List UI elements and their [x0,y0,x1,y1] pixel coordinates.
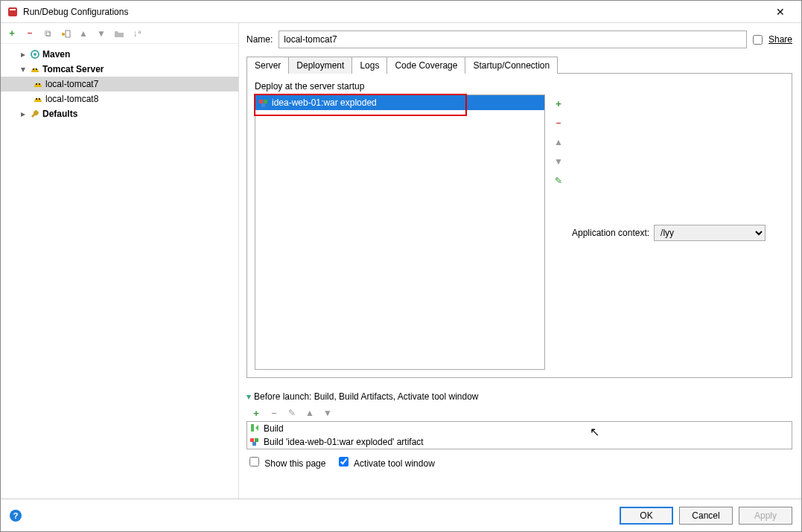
tab-startup-connection[interactable]: Startup/Connection [465,57,558,74]
tab-logs[interactable]: Logs [351,57,387,74]
svg-rect-14 [261,103,265,107]
build-icon [250,423,261,434]
edit-artifact-icon[interactable]: ✎ [551,173,566,188]
svg-rect-18 [252,442,256,446]
share-checkbox[interactable]: Share [753,34,792,45]
context-select[interactable]: /lyy [654,225,766,241]
tree-label: Defaults [42,109,77,119]
tab-deployment[interactable]: Deployment [288,57,352,74]
svg-point-10 [36,98,37,100]
ok-button[interactable]: OK [620,507,673,525]
tab-code-coverage[interactable]: Code Coverage [386,57,465,74]
tomcat-icon [29,63,41,75]
sort-icon[interactable]: ↓ᵃ [130,27,144,40]
tree-label: Tomcat Server [42,64,104,74]
collapse-icon[interactable]: ▾ [246,391,251,402]
move-up-icon[interactable]: ▲ [551,135,566,150]
left-panel: ＋ － ⧉ ▲ ▼ ↓ᵃ ▸ Maven [1,23,239,499]
tab-bar: Server Deployment Logs Code Coverage Sta… [246,56,792,74]
tree-label: local-tomcat8 [45,94,98,104]
tab-server[interactable]: Server [246,57,289,74]
activate-tool-window-checkbox[interactable]: Activate tool window [339,457,434,469]
maven-icon [29,48,41,60]
chevron-right-icon: ▸ [19,49,28,60]
name-input[interactable] [279,31,747,48]
tomcat-icon [32,78,44,90]
svg-point-8 [36,83,37,85]
share-label: Share [768,34,792,45]
svg-point-6 [33,68,34,70]
copy-icon[interactable]: ⧉ [41,27,54,40]
app-icon [7,6,19,18]
chevron-down-icon: ▾ [19,64,28,74]
svg-point-7 [36,68,37,70]
bl-down-icon[interactable]: ▼ [321,406,334,420]
add-artifact-icon[interactable]: ＋ [551,96,566,111]
tree-node-maven[interactable]: ▸ Maven [1,47,238,62]
checkbox-label: Activate tool window [354,458,435,469]
up-icon[interactable]: ▲ [77,27,90,40]
wrench-icon [29,108,41,120]
svg-point-9 [39,83,40,85]
svg-rect-16 [250,438,254,442]
svg-point-11 [39,98,40,100]
name-label: Name: [246,34,273,45]
deployment-panel: Deploy at the server startup idea-web-01… [246,74,792,378]
save-template-icon[interactable] [59,27,72,40]
before-launch-list[interactable]: Build Build 'idea-web-01:war exploded' a… [246,421,792,449]
down-icon[interactable]: ▼ [95,27,108,40]
bl-add-icon[interactable]: ＋ [249,406,263,420]
bl-remove-icon[interactable]: － [267,406,281,420]
folder-icon[interactable] [112,27,126,40]
close-icon[interactable]: ✕ [766,6,795,18]
move-down-icon[interactable]: ▼ [551,154,566,169]
cancel-button[interactable]: Cancel [679,507,733,525]
tree-node-defaults[interactable]: ▸ Defaults [1,106,238,121]
help-icon[interactable]: ? [10,510,22,522]
tree-node-tomcat[interactable]: ▾ Tomcat Server [1,62,238,77]
tree-node-local-tomcat7[interactable]: local-tomcat7 [1,77,238,92]
artifact-list[interactable]: idea-web-01:war exploded [255,94,545,370]
list-item[interactable]: Build 'idea-web-01:war exploded' artifac… [247,435,792,449]
titlebar: Run/Debug Configurations ✕ [1,1,801,23]
context-label: Application context: [572,228,649,238]
config-toolbar: ＋ － ⧉ ▲ ▼ ↓ᵃ [1,23,238,44]
svg-rect-1 [10,9,16,10]
window-title: Run/Debug Configurations [23,7,766,17]
remove-icon[interactable]: － [23,27,36,40]
list-item-label: Build 'idea-web-01:war exploded' artifac… [264,437,424,447]
svg-rect-15 [251,424,254,432]
before-launch-section: ▾ Before launch: Build, Build Artifacts,… [246,391,792,469]
bl-up-icon[interactable]: ▲ [303,406,316,420]
svg-point-2 [62,33,65,36]
chevron-right-icon: ▸ [19,109,28,119]
svg-rect-12 [259,100,263,103]
show-this-page-checkbox[interactable]: Show this page [249,457,325,469]
list-item-label: Build [264,423,284,434]
checkbox-label: Show this page [264,458,325,469]
apply-button[interactable]: Apply [739,507,792,525]
artifact-label: idea-web-01:war exploded [272,97,377,108]
svg-rect-13 [264,100,267,103]
dialog-footer: ? OK Cancel Apply [1,499,801,531]
svg-rect-0 [8,7,17,16]
tree-label: Maven [42,49,70,60]
svg-rect-17 [255,438,258,442]
artifact-item[interactable]: idea-web-01:war exploded [255,95,544,110]
bl-edit-icon[interactable]: ✎ [285,406,299,420]
tree-label: local-tomcat7 [45,79,98,89]
artifact-icon [250,437,261,447]
config-tree: ▸ Maven ▾ Tomcat Server [1,44,238,499]
before-launch-label: Before launch: Build, Build Artifacts, A… [254,391,479,402]
list-item[interactable]: Build [247,422,792,435]
tomcat-icon [32,93,44,105]
right-panel: Name: Share Server Deployment Logs Code … [239,23,801,499]
deploy-label: Deploy at the server startup [255,81,784,92]
remove-artifact-icon[interactable]: － [551,115,566,130]
artifact-toolbar: ＋ － ▲ ▼ ✎ [551,94,566,370]
add-icon[interactable]: ＋ [5,27,19,40]
svg-point-5 [34,53,36,56]
svg-rect-3 [66,31,70,37]
tree-node-local-tomcat8[interactable]: local-tomcat8 [1,92,238,106]
artifact-icon [258,97,269,108]
